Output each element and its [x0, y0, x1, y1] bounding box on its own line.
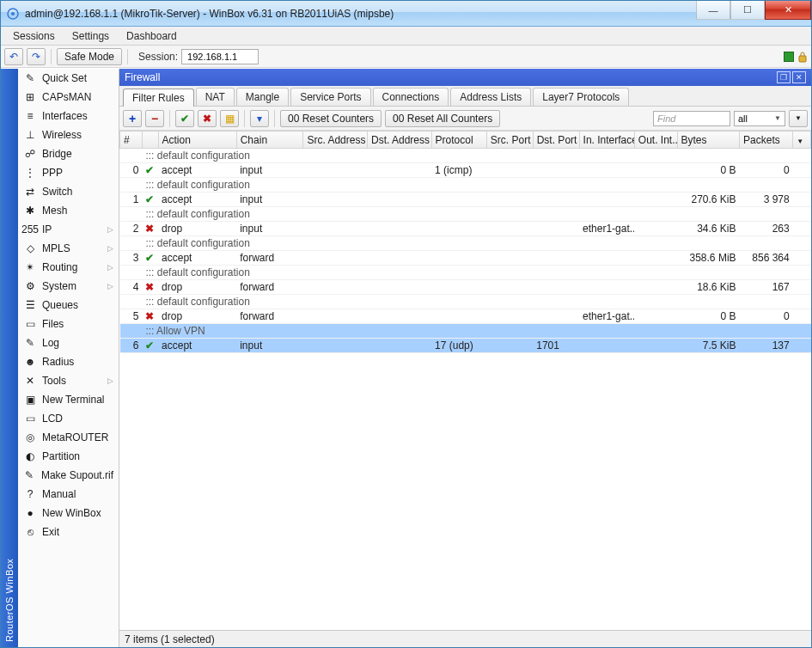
tab-filter-rules[interactable]: Filter Rules	[123, 89, 194, 107]
sidebar-item-wireless[interactable]: ⊥Wireless	[18, 125, 119, 144]
column-header[interactable]: Dst. Port	[533, 131, 579, 149]
disable-button[interactable]: ✖	[198, 110, 217, 127]
table-row[interactable]: 2✖dropinputether1-gat...34.6 KiB263	[120, 222, 811, 236]
sidebar-item-switch[interactable]: ⇄Switch	[18, 182, 119, 201]
child-close-icon[interactable]: ✕	[792, 71, 806, 83]
submenu-arrow-icon: ▷	[107, 225, 113, 234]
sidebar-item-manual[interactable]: ?Manual	[18, 485, 119, 504]
sidebar-item-label: LCD	[42, 413, 63, 425]
table-row[interactable]: 5✖dropforwardether1-gat...0 B0	[120, 309, 811, 324]
reset-all-counters-button[interactable]: 00 Reset All Counters	[385, 110, 500, 127]
sidebar-item-lcd[interactable]: ▭LCD	[18, 409, 119, 428]
sidebar-icon: ☻	[23, 355, 37, 369]
sidebar-item-log[interactable]: ✎Log	[18, 333, 119, 352]
column-header[interactable]: Protocol	[431, 131, 486, 149]
dropdown-button[interactable]: ▼	[789, 110, 808, 127]
child-restore-icon[interactable]: ❐	[777, 71, 791, 83]
menu-dashboard[interactable]: Dashboard	[118, 28, 186, 44]
comment-row[interactable]: ::: default configuration	[120, 236, 811, 251]
close-button[interactable]: ✕	[765, 1, 811, 20]
tab-service-ports[interactable]: Service Ports	[290, 88, 370, 106]
remove-button[interactable]: −	[145, 110, 164, 127]
comment-button[interactable]: ▦	[220, 110, 239, 127]
column-header[interactable]: Dst. Address	[368, 131, 432, 149]
sidebar-item-make-supout-rif[interactable]: ✎Make Supout.rif	[18, 466, 119, 485]
sidebar-item-bridge[interactable]: ☍Bridge	[18, 144, 119, 163]
table-row[interactable]: 3✔acceptforward358.6 MiB856 364	[120, 251, 811, 266]
find-input[interactable]: Find	[653, 111, 730, 126]
rules-grid[interactable]: #ActionChainSrc. AddressDst. AddressProt…	[119, 131, 811, 630]
comment-row[interactable]: ::: default configuration	[120, 266, 811, 280]
tab-nat[interactable]: NAT	[196, 88, 235, 106]
column-header[interactable]: In. Interface	[579, 131, 634, 149]
sidebar-item-files[interactable]: ▭Files	[18, 315, 119, 333]
tab-address-lists[interactable]: Address Lists	[450, 88, 531, 106]
filter-combo[interactable]: all▼	[734, 111, 785, 126]
comment-row[interactable]: ::: Allow VPN	[120, 324, 811, 339]
filter-button[interactable]: ▾	[250, 110, 269, 127]
sidebar-item-ip[interactable]: 255IP▷	[18, 220, 119, 239]
sidebar-icon: ⚙	[23, 279, 37, 293]
reset-counters-button[interactable]: 00 Reset Counters	[280, 110, 382, 127]
column-header[interactable]: Bytes	[677, 131, 740, 149]
sidebar-item-routing[interactable]: ✴Routing▷	[18, 258, 119, 277]
menu-sessions[interactable]: Sessions	[4, 28, 64, 44]
child-window-titlebar[interactable]: Firewall ❐ ✕	[119, 69, 811, 86]
comment-row[interactable]: ::: default configuration	[120, 149, 811, 163]
column-header[interactable]: Src. Address	[303, 131, 368, 149]
menubar: Sessions Settings Dashboard	[1, 27, 811, 46]
sidebar-item-label: Mesh	[42, 205, 67, 217]
sidebar-item-ppp[interactable]: ⋮PPP	[18, 163, 119, 182]
tab-connections[interactable]: Connections	[373, 88, 449, 106]
column-header[interactable]: ▼	[793, 131, 811, 149]
redo-button[interactable]: ↷	[27, 48, 46, 65]
add-button[interactable]: +	[123, 110, 142, 127]
table-row[interactable]: 1✔acceptinput270.6 KiB3 978	[120, 193, 811, 207]
chevron-down-icon: ▼	[797, 138, 803, 145]
sidebar-item-partition[interactable]: ◐Partition	[18, 447, 119, 466]
statusbar: 7 items (1 selected)	[119, 630, 811, 647]
table-row[interactable]: 4✖dropforward18.6 KiB167	[120, 280, 811, 295]
sidebar-item-capsman[interactable]: ⊞CAPsMAN	[18, 88, 119, 107]
sidebar-item-radius[interactable]: ☻Radius	[18, 352, 119, 371]
sidebar-item-metarouter[interactable]: ◎MetaROUTER	[18, 428, 119, 447]
minimize-button[interactable]: —	[696, 1, 730, 20]
menu-settings[interactable]: Settings	[64, 28, 118, 44]
sidebar-item-interfaces[interactable]: ≡Interfaces	[18, 107, 119, 125]
table-row[interactable]: 0✔acceptinput1 (icmp)0 B0	[120, 163, 811, 178]
sidebar-item-new-winbox[interactable]: ●New WinBox	[18, 504, 119, 523]
column-header[interactable]: Src. Port	[486, 131, 533, 149]
sidebar-item-tools[interactable]: ✕Tools▷	[18, 371, 119, 390]
sidebar-item-system[interactable]: ⚙System▷	[18, 277, 119, 296]
session-value[interactable]: 192.168.1.1	[181, 49, 259, 64]
sidebar-item-label: Files	[42, 318, 64, 330]
sidebar-item-label: CAPsMAN	[42, 91, 91, 103]
tab-layer7-protocols[interactable]: Layer7 Protocols	[533, 88, 629, 106]
accept-icon: ✔	[145, 164, 154, 176]
accept-icon: ✔	[145, 252, 154, 264]
column-header[interactable]: Action	[158, 131, 236, 149]
comment-row[interactable]: ::: default configuration	[120, 178, 811, 193]
tab-mangle[interactable]: Mangle	[236, 88, 289, 106]
enable-button[interactable]: ✔	[175, 110, 194, 127]
sidebar-icon: ▭	[23, 317, 37, 331]
column-header[interactable]: Out. Int...	[634, 131, 677, 149]
sidebar-item-mpls[interactable]: ◇MPLS▷	[18, 239, 119, 258]
sidebar-icon: ▣	[23, 393, 37, 407]
column-header[interactable]: Chain	[236, 131, 303, 149]
column-header[interactable]: Packets	[740, 131, 793, 149]
titlebar[interactable]: admin@192.168.1.1 (MikroTik-Server) - Wi…	[1, 1, 811, 27]
sidebar-item-exit[interactable]: ⎋Exit	[18, 523, 119, 541]
column-header[interactable]	[142, 131, 158, 149]
comment-row[interactable]: ::: default configuration	[120, 207, 811, 222]
comment-row[interactable]: ::: default configuration	[120, 295, 811, 309]
maximize-button[interactable]: ☐	[730, 1, 765, 20]
table-row[interactable]: 6✔acceptinput17 (udp)17017.5 KiB137	[120, 339, 811, 353]
safe-mode-button[interactable]: Safe Mode	[57, 48, 122, 65]
sidebar-item-new-terminal[interactable]: ▣New Terminal	[18, 390, 119, 409]
sidebar-item-quick-set[interactable]: ✎Quick Set	[18, 69, 119, 88]
column-header[interactable]: #	[120, 131, 143, 149]
sidebar-item-mesh[interactable]: ✱Mesh	[18, 201, 119, 220]
sidebar-item-queues[interactable]: ☰Queues	[18, 296, 119, 315]
undo-button[interactable]: ↶	[4, 48, 23, 65]
